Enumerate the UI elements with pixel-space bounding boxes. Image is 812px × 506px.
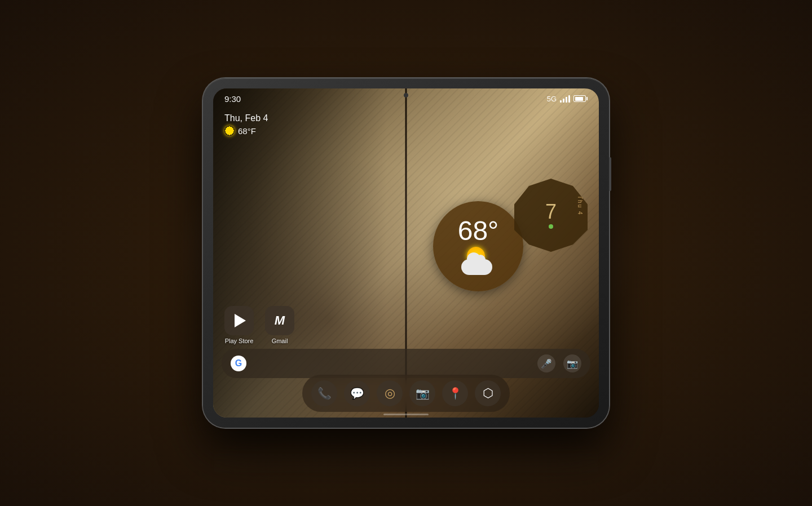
weather-widget-large[interactable]: 68° (433, 201, 523, 291)
weather-icon-large (461, 247, 495, 275)
play-triangle-icon (235, 314, 246, 327)
play-store-icon[interactable] (224, 306, 254, 335)
lens-search-button[interactable]: 📷 (563, 354, 581, 372)
date-weather-widget[interactable]: Thu, Feb 4 68°F (224, 113, 268, 136)
play-store-label: Play Store (225, 338, 254, 344)
voice-search-button[interactable]: 🎤 (537, 354, 555, 372)
home-indicator[interactable] (383, 414, 429, 415)
signal-strength-icon (560, 95, 570, 103)
gmail-m-icon: M (275, 313, 285, 328)
network-type: 5G (547, 95, 557, 103)
power-button[interactable] (609, 157, 611, 191)
gmail-app[interactable]: M Gmail (265, 306, 294, 344)
dock-chrome[interactable]: ◎ (377, 380, 403, 406)
google-letter: G (235, 358, 242, 369)
dock-settings[interactable]: ⬡ (475, 380, 501, 406)
camera-icon: 📷 (567, 358, 578, 369)
notification-dot (549, 224, 553, 229)
status-icons: 5G (547, 95, 588, 103)
temperature-large: 68° (458, 218, 499, 245)
app-icons-row: Play Store M Gmail (224, 306, 294, 344)
google-search-bar[interactable]: G 🎤 📷 (222, 349, 590, 378)
phone-screen: 9:30 5G Thu, Feb 4 68°F (213, 88, 599, 418)
battery-icon (573, 95, 588, 102)
gmail-icon[interactable]: M (265, 306, 294, 335)
dock-phone[interactable]: 📞 (311, 380, 337, 406)
clock-face: 7 (545, 202, 557, 229)
gmail-label: Gmail (272, 338, 288, 344)
status-time: 9:30 (224, 94, 241, 104)
app-dock: 📞 💬 ◎ 📷 📍 ⬡ (302, 375, 510, 412)
temperature-small: 68°F (238, 126, 256, 136)
dock-maps[interactable]: 📍 (442, 380, 468, 406)
screen-reflection (213, 428, 599, 473)
dock-camera[interactable]: 📷 (409, 380, 435, 406)
weather-small-display: 68°F (224, 126, 268, 136)
mic-icon: 🎤 (541, 358, 552, 369)
search-action-icons: 🎤 📷 (537, 354, 581, 372)
clock-hour: 7 (545, 202, 557, 222)
front-camera (404, 93, 408, 97)
cloud-shape (461, 259, 492, 275)
phone-device: 9:30 5G Thu, Feb 4 68°F (203, 78, 609, 428)
date-display: Thu, Feb 4 (224, 113, 268, 123)
google-g-logo: G (231, 356, 246, 371)
sun-icon (224, 126, 235, 136)
play-store-app[interactable]: Play Store (224, 306, 254, 344)
status-bar: 9:30 5G (213, 88, 599, 109)
clock-date: Thu 4 (577, 196, 583, 216)
dock-messages[interactable]: 💬 (344, 380, 370, 406)
